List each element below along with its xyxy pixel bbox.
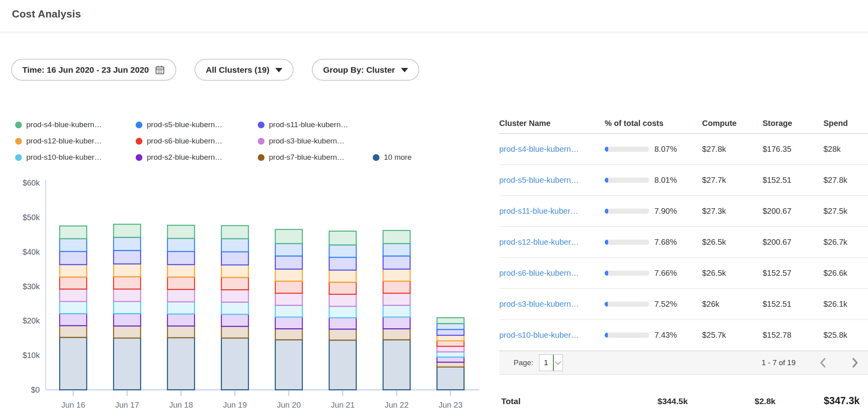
bar-segment[interactable] (114, 224, 141, 237)
legend-item[interactable]: prod-s2-blue-kubern… (136, 153, 222, 162)
bar-segment[interactable] (167, 225, 195, 238)
bar-segment[interactable] (222, 314, 249, 326)
bar-segment[interactable] (114, 237, 141, 250)
bar-segment[interactable] (60, 289, 87, 302)
legend-item[interactable]: prod-s5-blue-kubern… (136, 120, 222, 129)
bar-segment[interactable] (275, 229, 302, 244)
next-page-button[interactable] (850, 357, 859, 369)
bar-segment[interactable] (383, 256, 410, 269)
bar-segment[interactable] (383, 230, 410, 244)
bar-segment[interactable] (222, 239, 249, 252)
bar-segment[interactable] (60, 226, 87, 239)
bar-segment[interactable] (437, 341, 464, 346)
bar-segment[interactable] (329, 257, 356, 270)
legend-item[interactable]: prod-s4-blue-kubern… (15, 120, 102, 129)
bar-segment[interactable] (167, 289, 195, 302)
bar-segment[interactable] (275, 244, 302, 256)
bar-segment[interactable] (60, 277, 87, 289)
bar-segment[interactable] (275, 317, 302, 329)
bar-segment[interactable] (60, 337, 87, 390)
bar-segment[interactable] (437, 362, 464, 367)
bar-segment[interactable] (167, 338, 195, 390)
bar-segment[interactable] (114, 326, 141, 338)
prev-page-button[interactable] (819, 357, 827, 369)
bar-segment[interactable] (275, 281, 302, 293)
bar-segment[interactable] (437, 335, 464, 341)
bar-segment[interactable] (275, 256, 302, 269)
cluster-name-link[interactable]: prod-s6-blue-kubern… (499, 269, 605, 278)
bar-segment[interactable] (167, 238, 195, 252)
bar-segment[interactable] (383, 293, 410, 305)
bar-segment[interactable] (383, 329, 410, 340)
legend-item[interactable]: prod-s3-blue-kubern… (258, 137, 344, 145)
cluster-name-link[interactable]: prod-s11-blue-kuber… (499, 207, 605, 216)
bar-segment[interactable] (114, 302, 141, 314)
bar-segment[interactable] (167, 314, 195, 326)
bar-segment[interactable] (329, 340, 356, 390)
bar-segment[interactable] (222, 252, 249, 265)
bar-segment[interactable] (222, 277, 249, 290)
bar-segment[interactable] (275, 340, 302, 390)
bar-segment[interactable] (437, 352, 464, 357)
bar-segment[interactable] (60, 326, 87, 338)
bar-segment[interactable] (329, 329, 356, 340)
bar-segment[interactable] (167, 302, 195, 314)
legend-item[interactable]: prod-s7-blue-kubern… (258, 153, 344, 162)
group-by-dropdown[interactable]: Group By: Cluster (312, 59, 419, 81)
bar-segment[interactable] (60, 252, 87, 265)
legend-item[interactable]: prod-s6-blue-kubern… (136, 137, 222, 145)
bar-segment[interactable] (167, 326, 195, 338)
bar-segment[interactable] (437, 357, 464, 362)
bar-segment[interactable] (437, 329, 464, 335)
cluster-name-link[interactable]: prod-s12-blue-kuber… (499, 238, 605, 247)
bar-segment[interactable] (383, 281, 410, 293)
bar-segment[interactable] (329, 318, 356, 329)
cluster-name-link[interactable]: prod-s5-blue-kubern… (499, 176, 605, 185)
bar-segment[interactable] (329, 294, 356, 306)
bar-segment[interactable] (437, 318, 464, 324)
bar-segment[interactable] (222, 226, 249, 239)
bar-segment[interactable] (222, 265, 249, 277)
cluster-name-link[interactable]: prod-s3-blue-kubern… (499, 300, 605, 309)
bar-segment[interactable] (437, 323, 464, 329)
bar-segment[interactable] (114, 314, 141, 326)
bar-segment[interactable] (167, 265, 195, 277)
bar-segment[interactable] (114, 264, 141, 277)
bar-segment[interactable] (60, 239, 87, 252)
bar-segment[interactable] (222, 338, 249, 390)
bar-segment[interactable] (222, 326, 249, 338)
bar-segment[interactable] (383, 269, 410, 281)
legend-item[interactable]: prod-s11-blue-kubern… (258, 120, 348, 129)
cluster-name-link[interactable]: prod-s4-blue-kubern… (499, 145, 605, 154)
clusters-filter-dropdown[interactable]: All Clusters (19) (195, 59, 294, 81)
bar-segment[interactable] (329, 231, 356, 245)
bar-segment[interactable] (437, 367, 464, 390)
bar-segment[interactable] (437, 346, 464, 352)
bar-segment[interactable] (60, 314, 87, 325)
bar-segment[interactable] (114, 250, 141, 264)
legend-item[interactable]: 10 more (373, 153, 412, 162)
bar-segment[interactable] (383, 340, 410, 390)
bar-segment[interactable] (167, 277, 195, 289)
bar-segment[interactable] (114, 289, 141, 302)
bar-segment[interactable] (275, 269, 302, 281)
bar-segment[interactable] (329, 306, 356, 318)
legend-item[interactable]: prod-s10-blue-kuber… (15, 153, 102, 162)
bar-segment[interactable] (329, 270, 356, 282)
bar-segment[interactable] (114, 277, 141, 289)
bar-segment[interactable] (222, 302, 249, 314)
time-range-filter[interactable]: Time: 16 Jun 2020 - 23 Jun 2020 (11, 59, 176, 81)
bar-segment[interactable] (275, 293, 302, 305)
bar-segment[interactable] (329, 282, 356, 294)
page-select[interactable]: 1 (539, 354, 563, 371)
bar-segment[interactable] (60, 265, 87, 277)
bar-segment[interactable] (275, 329, 302, 340)
bar-segment[interactable] (383, 305, 410, 317)
legend-item[interactable]: prod-s12-blue-kuber… (15, 137, 102, 145)
bar-segment[interactable] (114, 338, 141, 390)
cluster-name-link[interactable]: prod-s10-blue-kuber… (499, 331, 605, 340)
bar-segment[interactable] (383, 317, 410, 329)
bar-segment[interactable] (275, 305, 302, 317)
bar-segment[interactable] (222, 290, 249, 302)
bar-segment[interactable] (60, 302, 87, 314)
